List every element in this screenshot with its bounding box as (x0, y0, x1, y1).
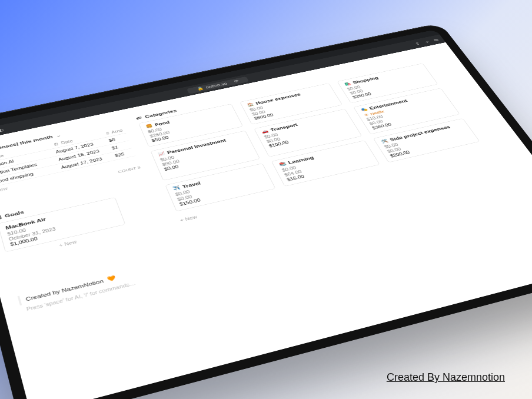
category-icon: 🚗 (261, 129, 269, 134)
notion-page: ▦ Expenses| this month ⌄ AaName 🗓Date # … (0, 42, 532, 399)
goals-title: Goals (4, 210, 25, 219)
add-tab-icon[interactable]: ＋ (423, 40, 431, 44)
calendar-icon: 🗓 (53, 142, 59, 147)
category-icon: 📈 (157, 152, 165, 157)
chevron-down-icon[interactable]: ⌄ (55, 133, 61, 138)
shield-icon[interactable]: ◐ (0, 128, 5, 132)
category-icon: 🛠️ (380, 139, 388, 144)
tag-icon: 🏷 (136, 117, 142, 121)
tablet-frame: ▥ ‹ › ◐ 🔒 notion.so ⟳ ⇪ ＋ (0, 23, 532, 399)
category-icon: 🎭 (360, 108, 368, 112)
category-icon: ✈️ (172, 186, 180, 191)
share-icon[interactable]: ⇪ (414, 42, 421, 46)
tabs-icon[interactable]: ⧉ (433, 38, 439, 42)
category-icon: 🍔 (145, 124, 153, 129)
author-callout: Created by NazemNotion 🧡 (18, 258, 182, 305)
category-icon: 📚 (278, 162, 287, 167)
refresh-icon[interactable]: ⟳ (234, 79, 240, 84)
heart-icon: 🧡 (106, 275, 117, 282)
credit-line: Created By Nazemnotion (387, 371, 505, 384)
category-icon: 🏠 (247, 102, 254, 107)
lock-icon: 🔒 (197, 87, 204, 91)
gallery-icon: ▥ (0, 215, 2, 221)
category-icon: 🛍️ (344, 82, 351, 86)
